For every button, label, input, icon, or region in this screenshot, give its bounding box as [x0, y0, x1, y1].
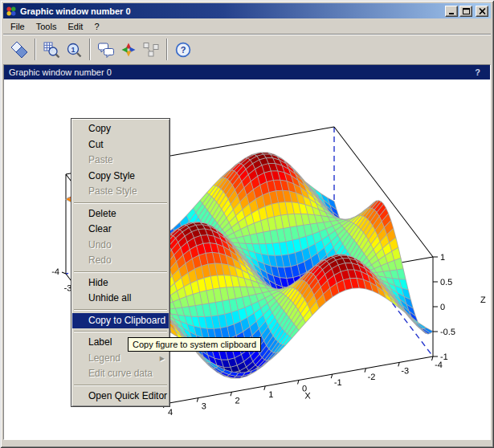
node-graph-icon: [142, 41, 160, 59]
ged-dialogs-button[interactable]: [95, 39, 117, 61]
toolbar-separator: [89, 39, 91, 60]
menu-item-copy-style[interactable]: Copy Style: [72, 169, 169, 185]
zoom-area-button[interactable]: [40, 39, 63, 61]
menu-item-paste[interactable]: Paste: [72, 153, 169, 169]
menu-separator: [74, 271, 167, 273]
menu-item-cut[interactable]: Cut: [72, 137, 169, 153]
menu-item-redo[interactable]: Redo: [72, 253, 169, 269]
help-button[interactable]: ?: [172, 39, 194, 61]
menu-separator: [74, 309, 167, 311]
menu-item-label: Open Quick Editor: [88, 390, 167, 401]
original-view-icon: 1: [65, 41, 83, 59]
maximize-button[interactable]: [459, 6, 472, 17]
menu-item-paste-style[interactable]: Paste Style: [72, 184, 169, 200]
toolbar: 1: [3, 34, 491, 64]
menu-item-edit-curve-data[interactable]: Edit curve data: [72, 366, 169, 382]
close-button[interactable]: [476, 6, 488, 17]
menu-item-unhide-all[interactable]: Unhide all: [72, 291, 169, 307]
menu-item-label: Clear: [88, 223, 112, 234]
menu-help[interactable]: ?: [88, 20, 104, 33]
figure-header-title: Graphic window number 0: [9, 67, 475, 77]
menu-item-legend[interactable]: Legend▶: [72, 351, 169, 367]
submenu-arrow-icon: ▶: [160, 351, 165, 367]
window-title: Graphic window number 0: [20, 6, 443, 16]
menu-item-label: Copy Style: [88, 170, 135, 181]
menu-bar: File Tools Edit ?: [3, 18, 491, 34]
rotate-icon: [10, 41, 28, 59]
svg-text:?: ?: [181, 45, 186, 55]
graph-editor-button[interactable]: [140, 39, 162, 61]
menu-item-label: Label: [88, 336, 112, 348]
menu-file[interactable]: File: [5, 20, 31, 33]
rotate-button[interactable]: [8, 39, 31, 61]
menu-tools[interactable]: Tools: [31, 20, 63, 33]
menu-item-label: Redo: [88, 255, 112, 266]
help-icon: ?: [174, 41, 192, 59]
minimize-button[interactable]: [445, 6, 458, 17]
menu-edit[interactable]: Edit: [62, 20, 88, 33]
graphic-window: Graphic window number 0 File Tools Edit …: [0, 0, 494, 448]
menu-item-label: Copy: [88, 123, 111, 134]
menu-item-label: Cut: [88, 139, 104, 150]
figure-header-bar: Graphic window number 0 ?: [4, 65, 490, 79]
close-icon: [479, 8, 486, 14]
minimize-icon: [448, 8, 455, 14]
menu-item-label: Copy to Clipboard: [88, 315, 165, 326]
scilab-app-icon: [6, 6, 17, 17]
menu-item-label: Hide: [88, 277, 108, 288]
menu-item-undo[interactable]: Undo: [72, 238, 169, 254]
figure-header-help-button[interactable]: ?: [475, 67, 480, 77]
datatips-icon: [120, 41, 137, 59]
menu-item-open-quick-editor[interactable]: Open Quick Editor: [72, 389, 169, 405]
context-menu: CopyCutPasteCopy StylePaste StyleDeleteC…: [71, 118, 170, 407]
menu-item-clear[interactable]: Clear: [72, 222, 169, 238]
menu-item-label: Paste Style: [88, 185, 137, 197]
maximize-icon: [463, 8, 470, 14]
speech-bubbles-icon: [97, 41, 115, 59]
zoom-area-icon: [43, 41, 60, 59]
datatips-button[interactable]: [117, 39, 140, 61]
menu-item-label: Legend: [88, 352, 120, 364]
menu-item-copy[interactable]: Copy: [72, 121, 169, 137]
toolbar-separator: [35, 39, 36, 60]
menu-item-copy-to-clipboard[interactable]: Copy to Clipboard: [72, 313, 169, 329]
menu-item-label: Edit curve data: [88, 368, 153, 379]
title-bar: Graphic window number 0: [3, 3, 491, 18]
menu-item-label: Undo: [88, 239, 112, 250]
tooltip: Copy figure to system clipboard: [128, 337, 261, 352]
svg-text:1: 1: [71, 45, 75, 53]
menu-separator: [74, 331, 167, 332]
menu-item-label: Delete: [88, 208, 116, 219]
menu-item-label: Paste: [88, 154, 113, 165]
menu-separator: [74, 385, 167, 386]
menu-item-label: Unhide all: [88, 292, 131, 303]
menu-separator: [74, 202, 167, 204]
menu-item-hide[interactable]: Hide: [72, 275, 169, 291]
toolbar-separator: [166, 39, 168, 60]
menu-item-delete[interactable]: Delete: [72, 206, 169, 222]
original-view-button[interactable]: 1: [63, 39, 85, 61]
